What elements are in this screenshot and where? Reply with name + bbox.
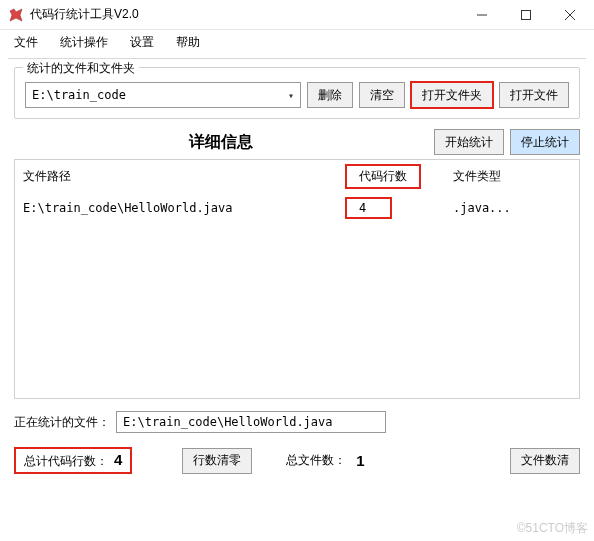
watermark: ©51CTO博客 xyxy=(517,520,588,537)
clear-button[interactable]: 清空 xyxy=(359,82,405,108)
path-groupbox: 统计的文件和文件夹 E:\train_code ▾ 删除 清空 打开文件夹 打开… xyxy=(14,67,580,119)
cell-type: .java... xyxy=(445,193,579,223)
titlebar: 代码行统计工具V2.0 xyxy=(0,0,594,30)
cell-lines: 4 xyxy=(345,193,445,223)
lines-clear-button[interactable]: 行数清零 xyxy=(182,448,252,474)
detail-scroll[interactable]: 文件路径 代码行数 文件类型 E:\train_code\HelloWorld.… xyxy=(15,160,579,398)
detail-table-container: 文件路径 代码行数 文件类型 E:\train_code\HelloWorld.… xyxy=(14,159,580,399)
col-header-path: 文件路径 xyxy=(15,160,345,193)
total-lines-value: 4 xyxy=(114,451,122,468)
menu-statops[interactable]: 统计操作 xyxy=(50,31,118,54)
svg-rect-1 xyxy=(522,10,531,19)
minimize-button[interactable] xyxy=(460,1,504,29)
app-icon xyxy=(8,7,24,23)
detail-table: 文件路径 代码行数 文件类型 E:\train_code\HelloWorld.… xyxy=(15,160,579,223)
detail-title: 详细信息 xyxy=(14,132,428,153)
col-header-lines: 代码行数 xyxy=(345,160,445,193)
chevron-down-icon: ▾ xyxy=(288,90,294,101)
cell-path: E:\train_code\HelloWorld.java xyxy=(15,193,345,223)
col-header-type: 文件类型 xyxy=(445,160,579,193)
total-lines-label: 总计代码行数： xyxy=(24,453,108,470)
groupbox-title: 统计的文件和文件夹 xyxy=(23,60,139,77)
stop-stats-button[interactable]: 停止统计 xyxy=(510,129,580,155)
menu-file[interactable]: 文件 xyxy=(4,31,48,54)
menubar: 文件 统计操作 设置 帮助 xyxy=(0,30,594,54)
status-label: 正在统计的文件： xyxy=(14,414,110,431)
maximize-button[interactable] xyxy=(504,1,548,29)
open-folder-button[interactable]: 打开文件夹 xyxy=(411,82,493,108)
status-file-field[interactable]: E:\train_code\HelloWorld.java xyxy=(116,411,386,433)
menu-settings[interactable]: 设置 xyxy=(120,31,164,54)
path-value: E:\train_code xyxy=(32,88,126,102)
start-stats-button[interactable]: 开始统计 xyxy=(434,129,504,155)
files-clear-button[interactable]: 文件数清 xyxy=(510,448,580,474)
total-files-value: 1 xyxy=(356,452,364,469)
delete-button[interactable]: 删除 xyxy=(307,82,353,108)
total-files-label: 总文件数： xyxy=(286,452,346,469)
path-combobox[interactable]: E:\train_code ▾ xyxy=(25,82,301,108)
window-title: 代码行统计工具V2.0 xyxy=(30,6,460,23)
menu-help[interactable]: 帮助 xyxy=(166,31,210,54)
total-lines-box: 总计代码行数： 4 xyxy=(14,447,132,474)
open-file-button[interactable]: 打开文件 xyxy=(499,82,569,108)
table-row[interactable]: E:\train_code\HelloWorld.java 4 .java... xyxy=(15,193,579,223)
separator xyxy=(8,58,586,59)
close-button[interactable] xyxy=(548,1,592,29)
